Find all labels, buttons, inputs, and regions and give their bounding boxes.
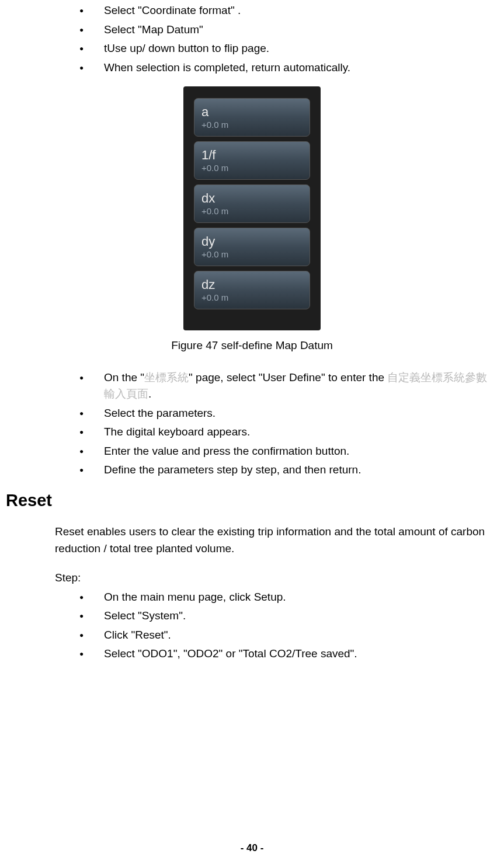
list-item: On the "坐標系統" page, select "User Define"… xyxy=(79,369,498,403)
param-key: 1/f xyxy=(201,148,303,162)
reset-body: Reset enables users to clear the existin… xyxy=(55,524,498,557)
list-text-part: On the " xyxy=(104,371,144,384)
device-screen: a +0.0 m 1/f +0.0 m dx +0.0 m dy +0.0 m … xyxy=(183,86,321,330)
param-row-dz: dz +0.0 m xyxy=(194,271,310,309)
list-text: Select "ODO1", "ODO2" or "Total CO2/Tree… xyxy=(104,647,357,660)
list-item: The digital keyboard appears. xyxy=(79,424,498,441)
param-row-a: a +0.0 m xyxy=(194,98,310,137)
page-number: - 40 - xyxy=(0,841,504,856)
bullet-list-mid: On the "坐標系統" page, select "User Define"… xyxy=(79,369,498,479)
param-val: +0.0 m xyxy=(201,293,303,303)
list-text: Define the parameters step by step, and … xyxy=(104,463,361,476)
bullet-list-steps: On the main menu page, click Setup. Sele… xyxy=(79,589,498,663)
param-val: +0.0 m xyxy=(201,163,303,173)
list-text: Select "System". xyxy=(104,609,186,622)
list-item: Select "Coordinate format" . xyxy=(79,2,498,19)
list-item: When selection is completed, return auto… xyxy=(79,60,498,76)
param-key: a xyxy=(201,105,303,119)
step-label: Step: xyxy=(55,570,498,587)
list-text-part: . xyxy=(148,388,151,400)
list-item: Select "Map Datum" xyxy=(79,22,498,39)
list-text: Select "Coordinate format" . xyxy=(104,4,241,16)
list-item: Enter the value and press the confirmati… xyxy=(79,443,498,460)
list-text: The digital keyboard appears. xyxy=(104,426,250,438)
list-text: Select "Map Datum" xyxy=(104,23,203,36)
list-item: Define the parameters step by step, and … xyxy=(79,462,498,479)
list-item: tUse up/ down button to flip page. xyxy=(79,40,498,57)
list-text: tUse up/ down button to flip page. xyxy=(104,42,269,54)
param-row-dx: dx +0.0 m xyxy=(194,184,310,223)
figure-47: a +0.0 m 1/f +0.0 m dx +0.0 m dy +0.0 m … xyxy=(6,86,498,330)
list-item: Select the parameters. xyxy=(79,405,498,422)
param-val: +0.0 m xyxy=(201,250,303,260)
list-item: Select "System". xyxy=(79,608,498,625)
param-row-dy: dy +0.0 m xyxy=(194,228,310,266)
param-key: dy xyxy=(201,235,303,249)
grey-text: 坐標系統 xyxy=(144,371,189,384)
list-item: On the main menu page, click Setup. xyxy=(79,589,498,606)
list-text: Click "Reset". xyxy=(104,629,171,641)
list-item: Click "Reset". xyxy=(79,627,498,644)
list-text: Enter the value and press the confirmati… xyxy=(104,445,349,457)
list-text: When selection is completed, return auto… xyxy=(104,61,350,74)
figure-caption: Figure 47 self-define Map Datum xyxy=(6,337,498,354)
list-text: Select the parameters. xyxy=(104,407,215,419)
param-val: +0.0 m xyxy=(201,207,303,217)
list-text: On the main menu page, click Setup. xyxy=(104,591,286,603)
param-key: dz xyxy=(201,278,303,292)
list-item: Select "ODO1", "ODO2" or "Total CO2/Tree… xyxy=(79,646,498,663)
param-row-1f: 1/f +0.0 m xyxy=(194,141,310,180)
list-text-part: " page, select "User Define" to enter th… xyxy=(189,371,387,384)
document-page: Select "Coordinate format" . Select "Map… xyxy=(0,0,504,868)
section-heading-reset: Reset xyxy=(6,488,498,514)
param-key: dx xyxy=(201,191,303,205)
param-val: +0.0 m xyxy=(201,120,303,130)
bullet-list-top: Select "Coordinate format" . Select "Map… xyxy=(79,0,498,76)
